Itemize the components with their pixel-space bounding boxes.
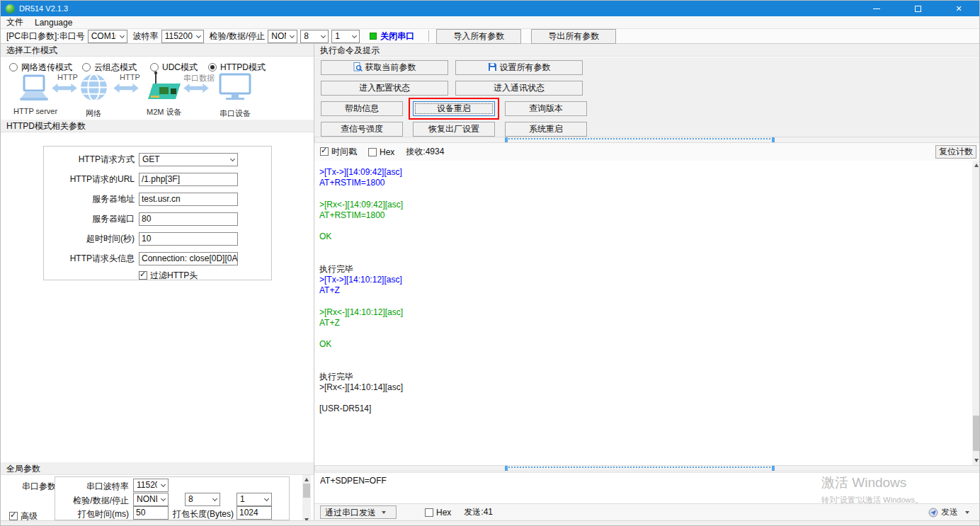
send-icon	[928, 508, 938, 518]
databits-value: 8	[304, 30, 309, 42]
serial-device-monitor-icon	[219, 73, 251, 105]
pack-time-input[interactable]: 50	[133, 506, 169, 520]
filter-http-header-checkbox[interactable]: 过滤HTTP头	[139, 270, 198, 282]
global-baud-select[interactable]: 115200	[133, 479, 169, 492]
radio-selected-icon	[208, 63, 217, 72]
query-signal-strength-button[interactable]: 查信号强度	[321, 122, 403, 137]
minimize-icon	[873, 8, 880, 9]
log-output-area[interactable]: >[Tx->][14:09:42][asc] AT+RSTIM=1800 >[R…	[314, 161, 972, 465]
radio-cloud-scada-mode[interactable]: 云组态模式	[82, 62, 137, 74]
horizontal-scrollbar-top[interactable]	[314, 137, 980, 143]
log-scrollbar[interactable]	[972, 161, 980, 465]
http-method-select[interactable]: GET	[139, 153, 238, 166]
global-stopbits-value: 1	[240, 493, 245, 505]
export-params-button[interactable]: 导出所有参数	[531, 29, 616, 44]
send-hex-checkbox[interactable]: Hex	[425, 508, 451, 518]
pack-length-input[interactable]: 1024	[237, 506, 272, 520]
serial-params-label: 串口参数	[22, 481, 56, 493]
http-url-input[interactable]: /1.php[3F]	[139, 173, 238, 186]
window-controls: ✕	[856, 1, 979, 16]
command-panel-header: 执行命令及提示	[314, 44, 980, 57]
sent-counter: 发送:41	[464, 506, 493, 518]
send-button[interactable]: 发送	[928, 506, 969, 518]
help-info-button[interactable]: 帮助信息	[321, 101, 403, 116]
baud-select[interactable]: 115200	[161, 30, 204, 43]
app-window: DR514 V2.1.3 ✕ 文件 Language [PC串口参数]:串口号 …	[0, 0, 980, 526]
chevron-down-icon	[120, 33, 125, 38]
server-port-input[interactable]: 80	[139, 212, 238, 226]
stopbits-select[interactable]: 1	[331, 30, 360, 43]
button-label: 获取当前参数	[365, 62, 416, 72]
menu-language[interactable]: Language	[29, 18, 78, 28]
import-params-button[interactable]: 导入所有参数	[436, 29, 521, 44]
parity-data-stop-label: 检验/数据/停止	[210, 30, 266, 42]
log-hex-checkbox[interactable]: Hex	[368, 147, 394, 157]
arrow-icon	[183, 83, 209, 96]
server-address-input[interactable]: test.usr.cn	[139, 193, 238, 206]
radio-httpd-mode[interactable]: HTTPD模式	[208, 62, 266, 74]
send-via-serial-dropdown[interactable]: 通过串口发送	[320, 505, 397, 519]
chevron-down-icon	[212, 496, 217, 501]
global-pds-label: 检验/数据/停止	[55, 495, 129, 507]
global-parity-select[interactable]: NONE	[133, 493, 169, 506]
global-databits-select[interactable]: 8	[185, 493, 220, 506]
title-bar: DR514 V2.1.3 ✕	[1, 1, 979, 16]
reset-counter-button[interactable]: 复位计数	[935, 145, 976, 159]
log-line: 执行完毕	[319, 372, 972, 382]
timestamp-checkbox[interactable]: 时间戳	[320, 146, 357, 158]
serial-device-label: 串口设备	[220, 108, 251, 119]
system-restart-button[interactable]: 系统重启	[505, 122, 587, 137]
parity-select[interactable]: NONI	[268, 30, 297, 43]
httpd-params-panel: HTTP请求方式 GET HTTP请求的URL /1.php[3F] 服务器地址…	[1, 132, 314, 462]
set-all-params-button[interactable]: 设置所有参数	[455, 60, 583, 75]
log-line: AT+Z	[319, 318, 972, 328]
device-restart-button[interactable]: 设备重启	[413, 101, 495, 116]
send-input-area[interactable]: AT+SDPEN=OFF	[314, 472, 980, 503]
chevron-down-icon	[230, 156, 235, 161]
menu-file[interactable]: 文件	[1, 16, 29, 28]
log-line	[319, 253, 972, 264]
server-address-label: 服务器地址	[44, 193, 135, 205]
databits-select[interactable]: 8	[300, 30, 329, 43]
checkbox-checked-icon	[139, 271, 147, 280]
parity-value: NONI	[271, 30, 286, 42]
checkbox-checked-icon	[9, 512, 18, 520]
timeout-input[interactable]: 10	[139, 232, 238, 246]
send-input-value: AT+SDPEN=OFF	[320, 476, 387, 486]
global-stopbits-select[interactable]: 1	[237, 493, 272, 506]
factory-reset-button[interactable]: 恢复出厂设置	[413, 122, 495, 137]
query-version-button[interactable]: 查询版本	[505, 101, 587, 116]
maximize-button[interactable]	[897, 1, 938, 16]
close-port-button[interactable]: 关闭串口	[380, 30, 414, 42]
log-line: [USR-DR514]	[319, 404, 972, 414]
enter-comm-state-button[interactable]: 进入通讯状态	[455, 81, 583, 96]
scrollbar-thumb[interactable]	[506, 138, 773, 142]
work-mode-header: 选择工作模式	[1, 44, 314, 57]
horizontal-scrollbar-bottom[interactable]	[314, 465, 980, 471]
receive-counter: 接收:4934	[406, 146, 444, 158]
link-serial-data-label: 串口数据	[183, 73, 215, 84]
com-port-select[interactable]: COM10	[88, 30, 127, 43]
log-line	[319, 221, 972, 231]
log-line	[319, 361, 972, 372]
minimize-button[interactable]	[856, 1, 897, 16]
menu-bar: 文件 Language	[1, 16, 979, 29]
arrow-icon	[113, 83, 139, 96]
httpd-params-header: HTTPD模式相关参数	[1, 120, 314, 132]
http-method-label: HTTP请求方式	[44, 154, 135, 166]
scrollbar-thumb[interactable]	[973, 416, 980, 451]
radio-label: 网络透传模式	[21, 62, 72, 72]
global-params-scrollbar[interactable]	[302, 475, 311, 525]
serial-params-box: 串口波特率 115200 检验/数据/停止 NONE 8 1 打包时间(ms) …	[55, 476, 290, 520]
m2m-device-label: M2M 设备	[147, 107, 182, 118]
global-params-header: 全局参数	[1, 462, 314, 475]
request-header-label: HTTP请求头信息	[44, 253, 135, 265]
scrollbar-thumb[interactable]	[506, 467, 773, 470]
global-params-panel: 串口参数 串口波特率 115200 检验/数据/停止 NONE 8 1 打包时间…	[1, 475, 314, 526]
enter-config-state-button[interactable]: 进入配置状态	[321, 81, 448, 96]
close-button[interactable]: ✕	[938, 1, 979, 16]
request-header-input[interactable]: Connection: close[0D][0A]	[139, 252, 238, 265]
radio-network-transparent-mode[interactable]: 网络透传模式	[9, 62, 72, 74]
log-line: OK	[319, 339, 972, 350]
get-current-params-button[interactable]: 获取当前参数	[321, 60, 448, 75]
